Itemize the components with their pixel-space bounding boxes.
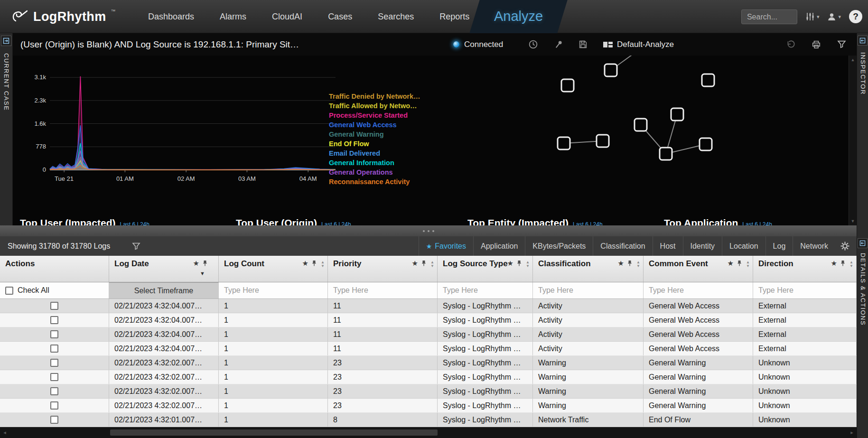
global-search-input[interactable]: Search...	[741, 9, 797, 24]
select-timeframe-button[interactable]: Select Timeframe	[109, 282, 219, 298]
log-row[interactable]: 02/21/2023 4:32:04.007…111Syslog - LogRh…	[0, 313, 857, 327]
sort-arrows-icon[interactable]: ▲▼	[321, 261, 325, 268]
help-icon[interactable]: ?	[849, 10, 862, 23]
column-pin-icon[interactable]	[840, 260, 845, 267]
graph-node[interactable]	[671, 108, 683, 121]
scrollbar-thumb[interactable]	[110, 429, 438, 436]
column-star-icon[interactable]: ★	[507, 260, 513, 267]
user-menu[interactable]: ▾	[827, 12, 841, 21]
graph-node[interactable]	[635, 119, 647, 131]
filter-button[interactable]	[837, 40, 846, 49]
log-row[interactable]: 02/21/2023 4:32:02.007…123Syslog - LogRh…	[0, 384, 857, 399]
log-row[interactable]: 02/21/2023 4:32:04.007…111Syslog - LogRh…	[0, 342, 857, 356]
sort-arrows-icon[interactable]: ▲▼	[849, 261, 853, 268]
pin-search-button[interactable]	[554, 40, 563, 49]
column-pin-icon[interactable]	[421, 260, 426, 267]
graph-node[interactable]	[605, 64, 617, 76]
column-header-priority[interactable]: Priority★▲▼	[328, 256, 438, 282]
filter-input-log-count[interactable]: Type Here	[219, 282, 328, 298]
column-header-classification[interactable]: Classification★▲▼	[533, 256, 644, 282]
filter-input-direction[interactable]: Type Here	[753, 282, 857, 298]
print-button[interactable]	[812, 40, 821, 49]
column-pin-icon[interactable]	[517, 260, 522, 267]
menu-item-searches[interactable]: Searches	[365, 0, 427, 33]
grid-tab-network[interactable]: Network	[793, 236, 835, 256]
log-row[interactable]: 02/21/2023 4:32:01.007…18Syslog - LogRhy…	[0, 413, 857, 427]
column-star-icon[interactable]: ★	[831, 260, 837, 267]
column-pin-icon[interactable]	[203, 260, 207, 267]
brand[interactable]: LogRhythm ™	[11, 0, 116, 33]
check-all-checkbox[interactable]	[5, 287, 13, 295]
widget-range-link[interactable]: Last 6 | 24h	[321, 221, 351, 225]
graph-node[interactable]	[660, 148, 672, 160]
legend-item-general-web-access[interactable]: General Web Access	[329, 120, 420, 130]
horizontal-scrollbar[interactable]: ◂ ▸	[0, 427, 857, 438]
log-row[interactable]: 02/21/2023 4:32:04.007…111Syslog - LogRh…	[0, 299, 857, 313]
row-checkbox[interactable]	[50, 373, 58, 381]
log-row[interactable]: 02/21/2023 4:32:04.007…111Syslog - LogRh…	[0, 327, 857, 342]
legend-item-end-of-flow[interactable]: End Of Flow	[329, 139, 420, 149]
column-pin-icon[interactable]	[312, 260, 317, 267]
column-header-log-source-type[interactable]: Log Source Type★▲▼	[438, 256, 533, 282]
undo-button[interactable]	[786, 40, 795, 49]
scroll-left-icon[interactable]: ◂	[0, 429, 9, 436]
row-checkbox[interactable]	[50, 387, 58, 395]
grid-tab-location[interactable]: Location	[722, 236, 765, 256]
save-search-button[interactable]	[579, 40, 588, 49]
column-pin-icon[interactable]	[737, 260, 742, 267]
filter-input-classification[interactable]: Type Here	[533, 282, 644, 298]
sort-arrows-icon[interactable]: ▲▼	[430, 261, 434, 268]
scroll-right-icon[interactable]: ▸	[847, 429, 857, 436]
row-checkbox[interactable]	[50, 359, 58, 367]
menu-item-alarms[interactable]: Alarms	[207, 0, 259, 33]
grid-tab-kbytes-packets[interactable]: KBytes/Packets	[525, 236, 593, 256]
log-row[interactable]: 02/21/2023 4:32:02.007…123Syslog - LogRh…	[0, 356, 857, 370]
legend-item-general-operations[interactable]: General Operations	[329, 168, 420, 177]
expand-inspector-button[interactable]	[858, 36, 868, 46]
sort-desc-icon[interactable]: ▼	[200, 270, 205, 277]
row-checkbox[interactable]	[50, 416, 58, 424]
row-checkbox[interactable]	[50, 316, 58, 324]
filter-input-log-source-type[interactable]: Type Here	[438, 282, 533, 298]
time-range-button[interactable]	[528, 39, 538, 49]
row-checkbox[interactable]	[50, 345, 58, 353]
grid-filter-button[interactable]	[132, 242, 140, 251]
grid-tab-favorites[interactable]: ★Favorites	[419, 236, 473, 256]
column-star-icon[interactable]: ★	[412, 260, 418, 267]
scroll-down-icon[interactable]: ▼	[851, 219, 855, 224]
preferences-menu[interactable]: ▾	[805, 12, 820, 21]
tab-analyze[interactable]: Analyze	[475, 0, 562, 33]
log-row[interactable]: 02/21/2023 4:32:02.007…123Syslog - LogRh…	[0, 370, 857, 384]
log-row[interactable]: 02/21/2023 4:32:02.007…123Syslog - LogRh…	[0, 399, 857, 413]
column-header-actions[interactable]: Actions	[0, 256, 109, 282]
graph-node[interactable]	[700, 138, 712, 150]
graph-node[interactable]	[597, 135, 609, 147]
legend-item-general-information[interactable]: General Information	[329, 158, 420, 168]
column-pin-icon[interactable]	[627, 260, 632, 267]
events-over-time-chart[interactable]: 3.1k2.3k1.6k7780Tue 2101 AM02 AM03 AM04 …	[26, 63, 339, 192]
scroll-up-icon[interactable]: ▲	[851, 57, 855, 62]
row-checkbox[interactable]	[50, 302, 58, 310]
column-star-icon[interactable]: ★	[302, 260, 308, 267]
panel-splitter[interactable]	[0, 225, 857, 236]
sort-arrows-icon[interactable]: ▲▼	[526, 261, 530, 268]
legend-item-email-delivered[interactable]: Email Delivered	[329, 149, 420, 158]
widget-range-link[interactable]: Last 6 | 24h	[742, 221, 772, 225]
grid-tab-identity[interactable]: Identity	[683, 236, 722, 256]
graph-node[interactable]	[558, 137, 570, 149]
current-case-tab[interactable]: CURRENT CASE	[3, 53, 10, 111]
expand-details-actions-button[interactable]	[858, 238, 868, 248]
expand-current-case-button[interactable]	[1, 36, 11, 46]
legend-item-general-warning[interactable]: General Warning	[329, 130, 420, 139]
legend-item-process-service-started[interactable]: Process/Service Started	[329, 111, 420, 120]
column-header-log-date[interactable]: Log Date★▼	[109, 256, 219, 282]
column-star-icon[interactable]: ★	[618, 260, 624, 267]
graph-node[interactable]	[561, 79, 574, 92]
inspector-tab[interactable]: INSPECTOR	[859, 52, 867, 95]
details-actions-tab[interactable]: DETAILS & ACTIONS	[859, 253, 867, 326]
panel-vertical-scrollbar[interactable]: ▲ ▼	[849, 56, 857, 225]
menu-item-cloudai[interactable]: CloudAI	[259, 0, 315, 33]
filter-input-priority[interactable]: Type Here	[328, 282, 438, 298]
network-node-graph[interactable]	[549, 57, 721, 168]
column-star-icon[interactable]: ★	[728, 260, 734, 267]
